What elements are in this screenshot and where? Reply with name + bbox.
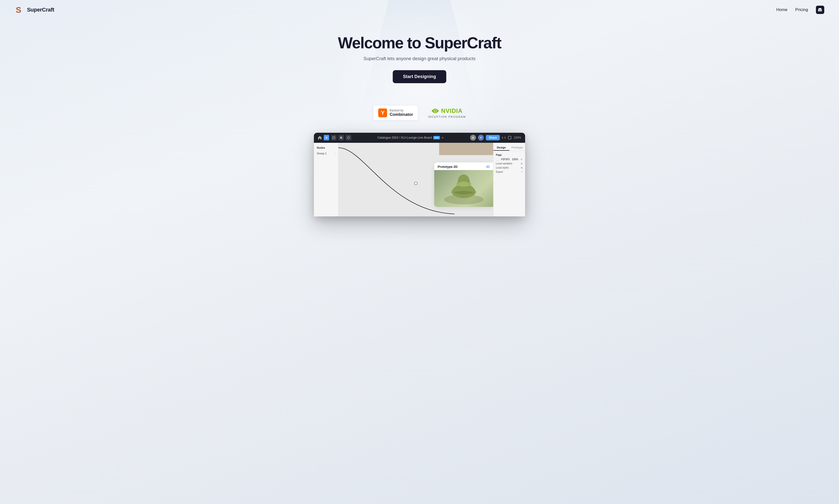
yc-combinator-label: Combinator: [390, 112, 413, 117]
app-window: Catalogue 2024 / XLV-Lounge-Line Board l…: [314, 133, 525, 216]
nvidia-inception-label: INCEPTION PROGRAM: [428, 115, 466, 118]
right-panel-tabs: Design Prototype: [493, 145, 525, 151]
yc-logo-icon: Y: [378, 108, 387, 117]
live-badge: live: [433, 136, 440, 139]
hero-title: Welcome to SuperCraft: [5, 34, 834, 52]
avatar-2: V: [478, 135, 484, 141]
local-variables-label: Local variables: [496, 162, 512, 165]
svg-rect-3: [340, 137, 342, 139]
nvidia-badge: NVIDIA INCEPTION PROGRAM: [428, 107, 466, 118]
panel-header: Nodes: [314, 145, 338, 151]
local-variables-row[interactable]: Local variables ⊕: [493, 161, 525, 166]
nav-pricing-link[interactable]: Pricing: [795, 7, 808, 12]
page-color-row: F5F5F5 100% ☀: [493, 157, 525, 161]
share-button[interactable]: Share: [486, 135, 500, 140]
export-label: Export: [496, 170, 503, 173]
hero-section: Welcome to SuperCraft SuperCraft lets an…: [0, 20, 839, 93]
logo-text: SuperCraft: [27, 7, 54, 13]
left-panel: Nodes Group 1 ›: [314, 143, 339, 216]
titlebar-shape-button[interactable]: [339, 135, 344, 140]
group-1-label: Group 1: [317, 152, 327, 155]
styles-icon: ⊕: [521, 166, 523, 169]
discord-icon[interactable]: [816, 6, 824, 14]
export-row[interactable]: Export +: [493, 170, 525, 174]
svg-rect-2: [333, 137, 335, 139]
titlebar-circle-button[interactable]: [346, 135, 351, 140]
chevron-right-icon: ›: [335, 152, 335, 155]
logo-icon: S: [15, 5, 24, 15]
code-icon[interactable]: [502, 136, 506, 140]
yc-text: Backed by Combinator: [390, 109, 413, 117]
chair-svg: [434, 170, 493, 207]
page-opacity-value: 100%: [512, 158, 518, 161]
product-card-header: Prototype 2D 3D: [434, 162, 493, 170]
navbar: S SuperCraft Home Pricing: [0, 0, 839, 20]
color-swatch[interactable]: [496, 158, 499, 161]
canvas-area: Prototype 2D 3D: [339, 143, 493, 216]
product-card-image: [434, 170, 493, 207]
yc-badge: Y Backed by Combinator: [373, 105, 418, 121]
file-name: Catalogue 2024 / XLV-Lounge-Line Board: [377, 136, 432, 139]
app-preview: Catalogue 2024 / XLV-Lounge-Line Board l…: [309, 133, 530, 216]
tab-design[interactable]: Design: [493, 145, 509, 151]
titlebar-left: [318, 135, 351, 140]
product-card-title: Prototype 2D: [438, 165, 458, 168]
device-icon[interactable]: [508, 136, 512, 140]
app-titlebar: Catalogue 2024 / XLV-Lounge-Line Board l…: [314, 133, 525, 143]
avatar-1: A: [470, 135, 476, 141]
logo-link[interactable]: S SuperCraft: [15, 5, 54, 15]
canvas-control-point[interactable]: [414, 182, 417, 185]
local-styles-row[interactable]: Local styles ⊕: [493, 166, 525, 170]
local-styles-label: Local styles: [496, 166, 509, 169]
tab-prototype[interactable]: Prototype: [509, 145, 525, 151]
titlebar-add-button[interactable]: [324, 135, 329, 140]
panel-group-item[interactable]: Group 1 ›: [314, 151, 338, 156]
nav-right: Home Pricing: [776, 6, 824, 14]
zoom-level: 100%: [514, 136, 521, 139]
product-card-3d-btn[interactable]: 3D: [486, 165, 490, 168]
page-section-title: Page: [493, 153, 525, 157]
svg-rect-5: [508, 136, 511, 139]
logos-section: Y Backed by Combinator NVIDIA INCEPTION …: [0, 93, 839, 128]
variables-icon: ⊕: [521, 162, 523, 165]
titlebar-center: Catalogue 2024 / XLV-Lounge-Line Board l…: [351, 136, 470, 139]
nvidia-eye-icon: [431, 108, 439, 114]
nvidia-name: NVIDIA: [441, 107, 462, 114]
export-icon: +: [521, 170, 523, 173]
sun-icon: ☀: [520, 158, 523, 161]
product-card: Prototype 2D 3D: [434, 162, 493, 207]
app-body: Nodes Group 1 › Protot: [314, 143, 525, 216]
titlebar-right: A V Share 100%: [470, 135, 521, 141]
dropdown-icon: [441, 137, 444, 139]
svg-text:S: S: [16, 5, 21, 15]
home-icon: [318, 136, 322, 140]
nvidia-logo: NVIDIA: [431, 107, 462, 114]
yc-backed-label: Backed by: [390, 109, 413, 112]
titlebar-frame-button[interactable]: [331, 135, 337, 140]
svg-point-4: [347, 137, 349, 139]
cta-start-designing-button[interactable]: Start Designing: [393, 70, 446, 83]
hero-subtitle: SuperCraft lets anyone design great phys…: [5, 56, 834, 61]
page-color-value: F5F5F5: [501, 158, 510, 161]
nav-home-link[interactable]: Home: [776, 7, 787, 12]
right-panel: Design Prototype Page F5F5F5 100% ☀ Loca…: [493, 143, 525, 216]
